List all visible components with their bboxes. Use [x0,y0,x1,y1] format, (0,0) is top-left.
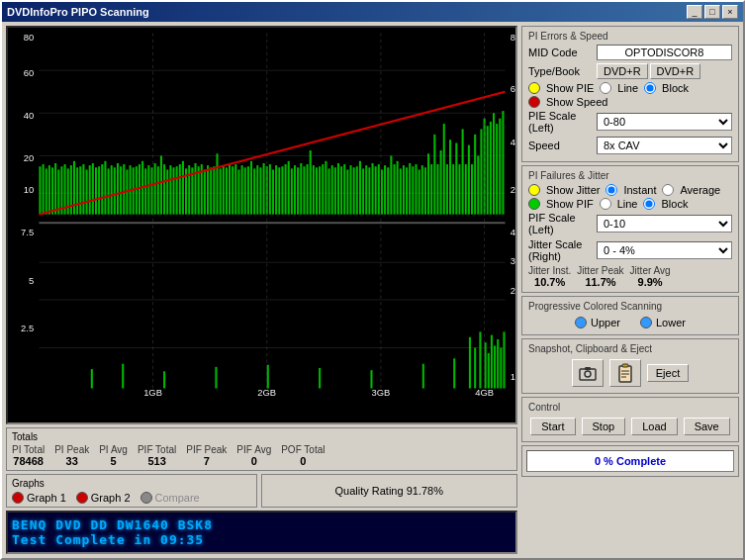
svg-rect-183 [370,370,372,388]
load-button[interactable]: Load [631,418,677,435]
svg-rect-186 [469,337,471,389]
svg-rect-166 [39,224,505,389]
snapshot-button[interactable] [572,359,604,387]
svg-rect-129 [397,161,399,215]
speed-label: Speed [528,140,593,151]
led-line1: BENQ DVD DD DW1640 BSK8 [12,517,512,532]
svg-rect-72 [220,168,222,214]
pie-line-radio[interactable] [600,82,611,94]
jitter-instant-radio[interactable] [605,184,617,196]
show-speed-row: Show Speed [528,96,732,108]
main-window: DVDInfoPro PIPO Scanning _ □ × 80 60 40 … [0,0,745,560]
svg-rect-44 [133,167,135,214]
window-title: DVDInfoPro PIPO Scanning [7,6,149,18]
pif-scale-select[interactable]: 0-10 [597,215,732,233]
svg-text:2GB: 2GB [257,387,276,398]
mid-code-label: MID Code [528,47,593,58]
pi-avg-label: PI Avg [99,444,128,455]
svg-rect-89 [272,169,274,214]
pif-total-label: PIF Total [138,444,176,455]
graph2-dot [76,492,88,504]
svg-text:4%: 4% [511,227,515,237]
svg-rect-99 [303,166,305,215]
svg-rect-137 [421,165,423,215]
jitter-stats-row: Jitter Inst. 10.7% Jitter Peak 11.7% Jit… [528,265,732,288]
svg-rect-178 [122,364,124,389]
svg-rect-138 [424,167,426,214]
progress-bar: 0 % Complete [526,450,734,472]
svg-rect-26 [76,167,78,214]
svg-rect-158 [487,126,489,215]
svg-rect-35 [104,161,106,215]
totals-pi-peak: PI Peak 33 [54,444,89,467]
pif-line-label: Line [617,198,638,210]
totals-pif-avg: PIF Avg 0 [236,444,271,467]
progressive-title: Progressive Colored Scanning [528,301,732,312]
svg-rect-85 [259,167,261,214]
svg-rect-140 [430,164,432,215]
progressive-options: Upper Lower [528,315,732,330]
svg-rect-122 [375,166,377,215]
compare-item: Compare [140,492,200,504]
pif-block-radio[interactable] [643,198,655,210]
svg-rect-114 [349,165,351,215]
svg-rect-152 [468,145,470,215]
pif-dot [528,198,540,210]
speed-select[interactable]: 8x CAV [597,137,732,154]
svg-text:5: 5 [29,275,34,286]
start-button[interactable]: Start [530,418,575,435]
svg-rect-119 [365,165,367,215]
svg-rect-28 [82,164,84,215]
pif-line-radio[interactable] [600,198,611,210]
svg-rect-148 [455,142,457,214]
clipboard-button[interactable] [609,359,641,387]
stop-button[interactable]: Stop [582,418,626,435]
svg-rect-130 [400,168,402,214]
pie-scale-select[interactable]: 0-80 [597,113,732,131]
svg-rect-194 [500,348,502,389]
svg-rect-83 [253,168,255,214]
minimize-button[interactable]: _ [687,5,702,19]
svg-rect-79 [241,165,243,215]
close-button[interactable]: × [722,5,738,19]
control-title: Control [528,402,732,413]
svg-rect-39 [117,163,119,215]
save-button[interactable]: Save [684,418,730,435]
pi-peak-label: PI Peak [54,444,89,455]
pof-total-label: POF Total [281,444,325,455]
svg-rect-27 [79,166,81,215]
svg-rect-95 [291,168,293,214]
svg-text:40: 40 [24,110,34,121]
pie-block-radio[interactable] [644,82,656,94]
graphs-items: Graph 1 Graph 2 Compare [12,492,251,504]
svg-rect-78 [237,169,239,214]
svg-rect-49 [147,165,149,215]
svg-rect-151 [465,164,467,215]
control-row: Start Stop Load Save [528,416,732,437]
svg-rect-82 [250,161,252,215]
jitter-scale-select[interactable]: 0 - 4% [597,241,732,259]
upper-dot [575,317,587,328]
maximize-button[interactable]: □ [704,5,720,19]
svg-rect-195 [503,331,505,388]
svg-rect-51 [154,163,156,215]
upper-option: Upper [575,317,620,328]
quality-section: Quality Rating 91.78% [261,474,518,508]
svg-rect-15 [43,164,45,215]
left-panel: 80 60 40 20 10 8x 6x 4x 2x [6,26,517,554]
eject-button[interactable]: Eject [647,364,689,382]
bottom-row: Graphs Graph 1 Graph 2 Compare [6,474,517,508]
svg-rect-57 [172,167,174,214]
jitter-average-radio[interactable] [662,184,674,196]
svg-rect-40 [120,166,122,215]
svg-rect-191 [491,335,493,389]
main-content: 80 60 40 20 10 8x 6x 4x 2x [2,22,743,558]
totals-pif-total: PIF Total 513 [138,444,176,467]
svg-rect-136 [419,169,420,214]
svg-rect-115 [353,167,355,214]
svg-rect-19 [54,163,56,215]
svg-text:2x: 2x [511,184,515,195]
type-book-btn2[interactable]: DVD+R [650,63,701,79]
svg-rect-160 [493,113,495,214]
type-book-btn1[interactable]: DVD+R [597,63,648,79]
